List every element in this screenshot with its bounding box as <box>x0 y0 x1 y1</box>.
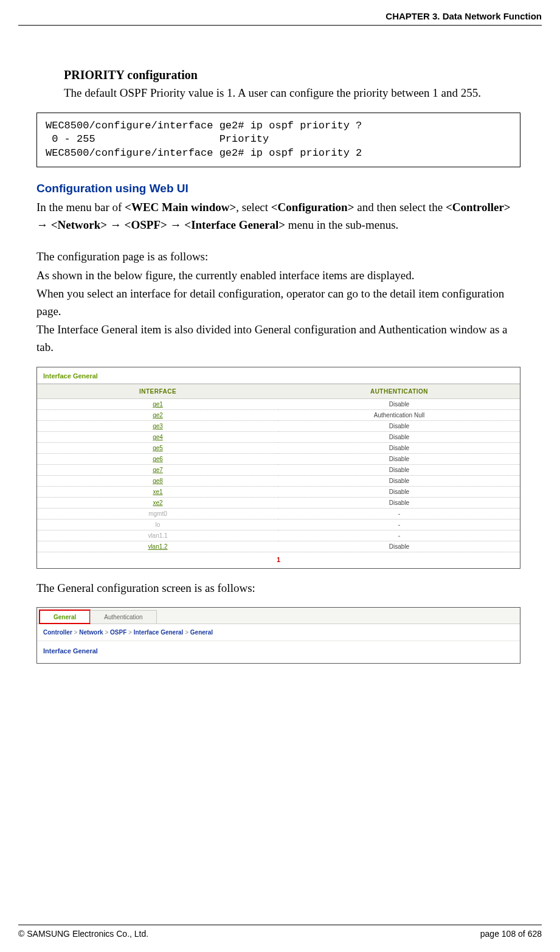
page-content: PRIORITY configuration The default OSPF … <box>18 26 542 664</box>
webui-heading: Configuration using Web UI <box>36 182 520 195</box>
copyright: © SAMSUNG Electronics Co., Ltd. <box>18 929 148 939</box>
table-row: ge4Disable <box>37 432 520 443</box>
cell-interface[interactable]: xe2 <box>37 498 278 509</box>
crumb-network[interactable]: Network <box>79 629 103 636</box>
table-row: xe1Disable <box>37 487 520 498</box>
table-row: ge8Disable <box>37 476 520 487</box>
controller: <Controller> <box>446 201 511 214</box>
tab-authentication[interactable]: Authentication <box>90 610 156 624</box>
table-row: vlan1.2Disable <box>37 541 520 552</box>
p2: The configuration page is as follows: <box>36 248 520 266</box>
page-number: page 108 of 628 <box>480 929 542 939</box>
crumb-general: General <box>190 629 213 636</box>
cell-auth: Disable <box>278 541 520 552</box>
figure-interface-general: Interface General INTERFACE AUTHENTICATI… <box>36 367 520 569</box>
network: <Network> <box>51 218 107 231</box>
wec-main: <WEC Main window> <box>125 201 236 214</box>
cell-auth: Disable <box>278 476 520 487</box>
cell-auth: Disable <box>278 421 520 432</box>
tabs-row: General Authentication <box>37 608 520 624</box>
interface-general: <Interface General> <box>184 218 285 231</box>
t: menu in the sub-menus. <box>285 218 398 231</box>
breadcrumb: Controller > Network > OSPF > Interface … <box>37 624 520 641</box>
table-row: ge3Disable <box>37 421 520 432</box>
interface-table: INTERFACE AUTHENTICATION ge1Disablege2Au… <box>37 384 520 552</box>
configuration: <Configuration> <box>271 201 354 214</box>
cell-interface[interactable]: ge7 <box>37 465 278 476</box>
arrow-icon: → <box>36 218 48 231</box>
sep: > <box>185 629 188 636</box>
table-row: ge2Authentication Null <box>37 410 520 421</box>
col-auth: AUTHENTICATION <box>278 384 520 399</box>
crumb-ospf[interactable]: OSPF <box>110 629 126 636</box>
cell-interface[interactable]: ge6 <box>37 454 278 465</box>
arrow-icon: → <box>110 218 122 231</box>
cell-auth: Disable <box>278 454 520 465</box>
cell-interface[interactable]: ge2 <box>37 410 278 421</box>
cell-interface[interactable]: vlan1.2 <box>37 541 278 552</box>
col-interface: INTERFACE <box>37 384 278 399</box>
cell-interface: lo <box>37 519 278 530</box>
table-row: lo- <box>37 519 520 530</box>
cell-interface[interactable]: ge1 <box>37 399 278 410</box>
cell-interface[interactable]: xe1 <box>37 487 278 498</box>
cell-interface: vlan1.1 <box>37 530 278 541</box>
cell-auth: Disable <box>278 443 520 454</box>
cell-auth: - <box>278 519 520 530</box>
table-row: mgmt0- <box>37 509 520 519</box>
cell-interface: mgmt0 <box>37 509 278 519</box>
p5: The Interface General item is also divid… <box>36 321 520 356</box>
t: and then select the <box>354 201 446 214</box>
ospf: <OSPF> <box>125 218 167 231</box>
crumb-controller[interactable]: Controller <box>43 629 72 636</box>
cell-auth: Disable <box>278 399 520 410</box>
table-row: ge5Disable <box>37 443 520 454</box>
cell-interface[interactable]: ge5 <box>37 443 278 454</box>
sep: > <box>128 629 132 636</box>
p6: The General configuration screen is as f… <box>36 580 520 597</box>
p4: When you select an interface for detail … <box>36 285 520 320</box>
p3: As shown in the below figure, the curren… <box>36 267 520 285</box>
cell-auth: - <box>278 530 520 541</box>
tab-general[interactable]: General <box>40 610 90 624</box>
cell-auth: Disable <box>278 465 520 476</box>
table-row: ge7Disable <box>37 465 520 476</box>
cell-auth: Disable <box>278 498 520 509</box>
sep: > <box>105 629 108 636</box>
sep: > <box>74 629 78 636</box>
cli-code-block: WEC8500/configure/interface ge2# ip ospf… <box>36 113 520 168</box>
table-row: ge6Disable <box>37 454 520 465</box>
figure-title: Interface General <box>37 367 520 384</box>
chapter-header: CHAPTER 3. Data Network Function <box>18 11 542 26</box>
webui-nav-text: In the menu bar of <WEC Main window>, se… <box>36 199 520 234</box>
cell-auth: - <box>278 509 520 519</box>
priority-title: PRIORITY configuration <box>64 68 520 82</box>
figure-general-tab: General Authentication Controller > Netw… <box>36 607 520 664</box>
crumb-interface-general[interactable]: Interface General <box>134 629 184 636</box>
cell-auth: Disable <box>278 487 520 498</box>
priority-desc: The default OSPF Priority value is 1. A … <box>64 85 520 102</box>
cell-interface[interactable]: ge8 <box>37 476 278 487</box>
cell-interface[interactable]: ge4 <box>37 432 278 443</box>
cell-interface[interactable]: ge3 <box>37 421 278 432</box>
page-footer: © SAMSUNG Electronics Co., Ltd. page 108… <box>18 925 542 939</box>
table-row: xe2Disable <box>37 498 520 509</box>
cell-auth: Authentication Null <box>278 410 520 421</box>
table-row: vlan1.1- <box>37 530 520 541</box>
t: In the menu bar of <box>36 201 125 214</box>
arrow-icon: → <box>170 218 182 231</box>
table-row: ge1Disable <box>37 399 520 410</box>
pager[interactable]: 1 <box>37 552 520 568</box>
fig2-section-title: Interface General <box>37 641 520 663</box>
t: , select <box>236 201 271 214</box>
cell-auth: Disable <box>278 432 520 443</box>
